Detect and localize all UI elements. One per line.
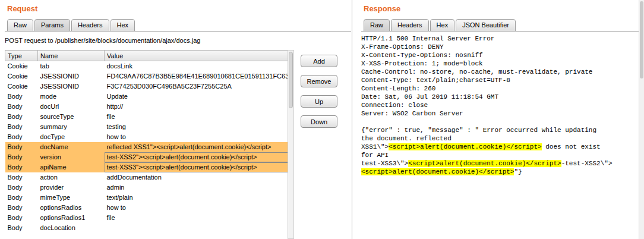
param-value-cell[interactable]: test-XSS3"><script>alert(document.cookie… xyxy=(105,162,288,172)
param-name-cell[interactable]: version xyxy=(38,152,105,162)
response-line: <script>alert(document.cookie)</script>"… xyxy=(361,168,637,176)
param-type-cell[interactable]: Body xyxy=(5,132,38,142)
param-value-cell[interactable]: how to xyxy=(105,203,288,213)
param-row-provider[interactable]: Bodyprovideradmin xyxy=(5,183,288,193)
param-row-docName[interactable]: BodydocNamereflected XSS1"><script>alert… xyxy=(5,142,288,152)
param-type-cell[interactable]: Body xyxy=(5,102,38,112)
param-value-cell[interactable]: how to xyxy=(105,132,288,142)
param-value-cell[interactable]: text/plain xyxy=(105,193,288,203)
param-value-cell[interactable]: F3C74253D030FC496BA5C23F7255C25A xyxy=(105,81,288,92)
response-line: Content-Type: text/plain;charset=UTF-8 xyxy=(361,76,637,84)
param-row-summary[interactable]: Bodysummarytesting xyxy=(5,122,288,132)
highlighted-xss-payload: <script>alert(document.cookie)</script> xyxy=(361,168,514,175)
param-value-cell[interactable]: file xyxy=(105,112,288,122)
remove-button[interactable]: Remove xyxy=(301,75,337,87)
param-row-apiName[interactable]: BodyapiNametest-XSS3"><script>alert(docu… xyxy=(5,162,288,172)
page-scrollbar[interactable] xyxy=(639,0,644,239)
param-row-optionsRadios[interactable]: BodyoptionsRadioshow to xyxy=(5,203,288,213)
param-row-optionsRadios1[interactable]: BodyoptionsRadios1file xyxy=(5,213,288,223)
param-type-cell[interactable]: Body xyxy=(5,172,38,183)
param-value-cell[interactable]: addDocumentation xyxy=(105,172,288,183)
param-name-cell[interactable]: docName xyxy=(38,142,105,152)
highlighted-xss-payload: <script>alert(document.cookie)</script> xyxy=(408,160,561,167)
param-row-docType[interactable]: BodydocTypehow to xyxy=(5,132,288,142)
param-value-cell[interactable]: testing xyxy=(105,122,288,132)
param-type-cell[interactable]: Body xyxy=(5,203,38,213)
param-row-version[interactable]: Bodyversiontest-XSS2"><script>alert(docu… xyxy=(5,152,288,162)
param-row-JSESSIONID[interactable]: CookieJSESSIONIDFD4C9AA76C87B3B5E984E41E… xyxy=(5,71,288,81)
params-table-scrollbar-thumb[interactable] xyxy=(289,52,293,108)
param-value-cell[interactable]: docsLink xyxy=(105,61,288,71)
param-name-cell[interactable]: summary xyxy=(38,122,105,132)
params-table: TypeNameValue CookietabdocsLinkCookieJSE… xyxy=(5,50,288,233)
param-name-cell[interactable]: optionsRadios xyxy=(38,203,105,213)
param-value-cell[interactable]: file xyxy=(105,213,288,223)
param-name-cell[interactable]: mode xyxy=(38,92,105,102)
params-table-scrollbar[interactable] xyxy=(288,50,294,239)
param-value-cell[interactable]: reflected XSS1"><script>alert(document.c… xyxy=(105,142,288,152)
response-line: Cache-Control: no-store, no-cache, must-… xyxy=(361,68,637,76)
response-tab-raw[interactable]: Raw xyxy=(364,19,390,32)
response-line: X-Frame-Options: DENY xyxy=(361,43,637,51)
param-type-cell[interactable]: Body xyxy=(5,213,38,223)
response-line: Date: Sat, 06 Jul 2019 11:18:54 GMT xyxy=(361,93,637,101)
param-row-docUrl[interactable]: BodydocUrlhttp:// xyxy=(5,102,288,112)
param-type-cell[interactable]: Cookie xyxy=(5,61,38,71)
param-value-cell[interactable]: admin xyxy=(105,183,288,193)
param-value-cell[interactable]: test-XSS2"><script>alert(document.cookie… xyxy=(105,152,288,162)
param-name-cell[interactable]: mimeType xyxy=(38,193,105,203)
request-tab-headers[interactable]: Headers xyxy=(71,19,109,32)
request-tab-params[interactable]: Params xyxy=(34,19,70,32)
param-name-cell[interactable]: docType xyxy=(38,132,105,142)
response-tab-json-beautifier[interactable]: JSON Beautifier xyxy=(456,19,516,32)
param-value-cell[interactable] xyxy=(105,223,288,233)
param-row-JSESSIONID[interactable]: CookieJSESSIONIDF3C74253D030FC496BA5C23F… xyxy=(5,81,288,92)
panel-divider[interactable] xyxy=(352,0,352,239)
response-line xyxy=(361,118,637,126)
param-type-cell[interactable]: Body xyxy=(5,92,38,102)
param-type-cell[interactable]: Body xyxy=(5,112,38,122)
param-row-docLocation[interactable]: BodydocLocation xyxy=(5,223,288,233)
param-type-cell[interactable]: Body xyxy=(5,122,38,132)
param-name-cell[interactable]: provider xyxy=(38,183,105,193)
param-type-cell[interactable]: Body xyxy=(5,162,38,172)
add-button[interactable]: Add xyxy=(301,55,337,67)
param-name-cell[interactable]: JSESSIONID xyxy=(38,81,105,92)
page-scrollbar-thumb[interactable] xyxy=(640,1,643,78)
param-name-cell[interactable]: docLocation xyxy=(38,223,105,233)
response-line: test-XSS3\"><script>alert(document.cooki… xyxy=(361,159,637,168)
param-row-sourceType[interactable]: BodysourceTypefile xyxy=(5,112,288,122)
response-panel-title: Response xyxy=(364,4,400,13)
response-tab-hex[interactable]: Hex xyxy=(430,19,455,32)
param-value-cell[interactable]: Update xyxy=(105,92,288,102)
response-tab-headers[interactable]: Headers xyxy=(391,19,429,32)
param-value-cell[interactable]: FD4C9AA76C87B3B5E984E41E689010681CE01591… xyxy=(105,71,288,81)
param-name-cell[interactable]: apiName xyxy=(38,162,105,172)
param-row-mimeType[interactable]: BodymimeTypetext/plain xyxy=(5,193,288,203)
param-type-cell[interactable]: Body xyxy=(5,142,38,152)
param-row-tab[interactable]: CookietabdocsLink xyxy=(5,61,288,71)
param-type-cell[interactable]: Cookie xyxy=(5,71,38,81)
param-name-cell[interactable]: docUrl xyxy=(38,102,105,112)
up-button[interactable]: Up xyxy=(301,95,337,108)
column-header-value[interactable]: Value xyxy=(105,51,288,61)
param-type-cell[interactable]: Body xyxy=(5,223,38,233)
column-header-name[interactable]: Name xyxy=(38,51,105,61)
param-type-cell[interactable]: Body xyxy=(5,193,38,203)
param-name-cell[interactable]: JSESSIONID xyxy=(38,71,105,81)
down-button[interactable]: Down xyxy=(301,115,337,128)
param-name-cell[interactable]: sourceType xyxy=(38,112,105,122)
param-type-cell[interactable]: Body xyxy=(5,183,38,193)
response-line: Content-Length: 260 xyxy=(361,84,637,93)
param-type-cell[interactable]: Body xyxy=(5,152,38,162)
column-header-type[interactable]: Type xyxy=(5,51,38,61)
param-name-cell[interactable]: optionsRadios1 xyxy=(38,213,105,223)
param-value-cell[interactable]: http:// xyxy=(105,102,288,112)
param-type-cell[interactable]: Cookie xyxy=(5,81,38,92)
param-row-action[interactable]: BodyactionaddDocumentation xyxy=(5,172,288,183)
request-tab-raw[interactable]: Raw xyxy=(7,19,33,32)
param-row-mode[interactable]: BodymodeUpdate xyxy=(5,92,288,102)
request-tab-hex[interactable]: Hex xyxy=(111,19,135,32)
param-name-cell[interactable]: action xyxy=(38,172,105,183)
param-name-cell[interactable]: tab xyxy=(38,61,105,71)
